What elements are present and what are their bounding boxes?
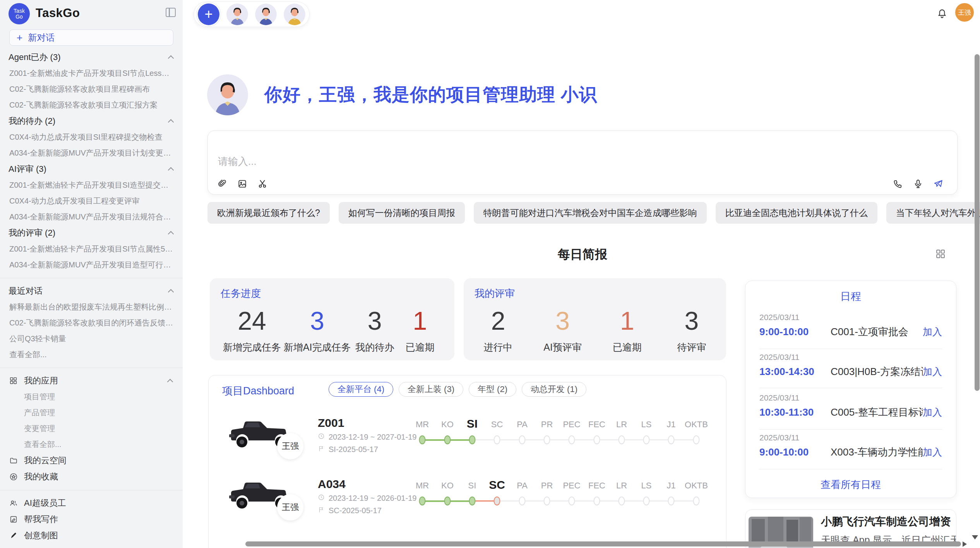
flag-icon <box>318 506 325 515</box>
milestone-dot <box>519 435 526 444</box>
chat-input-box[interactable]: 请输入... <box>207 130 958 195</box>
sidebar-collapse-icon[interactable] <box>166 8 176 17</box>
join-button[interactable]: 加入 <box>923 365 942 378</box>
sidebar-item[interactable]: C02-飞腾新能源轻客改款项目里程碑画布 <box>0 81 183 97</box>
attachment-icon[interactable] <box>217 179 227 189</box>
sidebar-item[interactable]: C02-飞腾新能源轻客改款项目立项汇报方案 <box>0 97 183 113</box>
sidebar-item[interactable]: Z001-全新燃油皮卡产品开发项目SI节点Lesson Learn报告 <box>0 65 183 81</box>
app-subitem[interactable]: 项目管理 <box>0 389 183 405</box>
project-dates-text: 2023-12-19 ~ 2027-01-19 <box>329 433 416 442</box>
milestone-segment <box>447 500 472 502</box>
user-avatar-badge[interactable]: 王强 <box>955 3 974 22</box>
milestone-label: SI <box>468 481 476 491</box>
milestone-segment <box>671 439 696 440</box>
app-subitem[interactable]: 查看全部... <box>0 437 183 452</box>
dashboard-tab[interactable]: 全新上装 (3) <box>399 382 463 397</box>
sidebar-item[interactable]: A034-全新新能源MUV产品开发项目计划变更表编写 <box>0 145 183 161</box>
sidebar-section-header-recent[interactable]: 最近对话 <box>0 283 183 299</box>
sidebar-link-label: 我的云空间 <box>24 455 67 466</box>
project-dashboard-card: 项目Dashboard 全新平台 (4)全新上装 (3)年型 (2)动总开发 (… <box>208 375 726 548</box>
suggestion-chip[interactable]: 特朗普可能对进口汽车增税会对中国车企造成哪些影响 <box>474 202 707 224</box>
sidebar-item[interactable]: Z001-全新燃油轻卡产品开发项目SI造型提交物评审 <box>0 177 183 193</box>
dashboard-tab[interactable]: 动总开发 (1) <box>522 382 586 397</box>
suggestion-chip[interactable]: 比亚迪全固态电池计划具体说了什么 <box>716 202 877 224</box>
scroll-down-arrow-icon[interactable] <box>972 535 978 539</box>
milestone-label: LS <box>641 420 652 430</box>
stat-label: 进行中 <box>484 341 513 354</box>
milestone-segment <box>472 500 497 502</box>
recent-conversation-item[interactable]: 公司Q3轻卡销量 <box>0 331 183 347</box>
add-agent-button[interactable]: + <box>198 3 219 25</box>
pen-icon <box>9 531 18 540</box>
plus-icon: + <box>17 32 22 44</box>
milestone-label: LR <box>616 420 627 430</box>
sidebar-item[interactable]: A034-全新新能源MUV产品开发项目造型可行性评审 <box>0 257 183 273</box>
sidebar-tool[interactable]: 创意制图 <box>0 527 183 544</box>
project-owner-badge: 王强 <box>277 494 303 521</box>
send-icon[interactable] <box>933 179 943 189</box>
agent-avatar-2[interactable] <box>255 3 277 25</box>
stat-item: 24新增完成任务 <box>223 307 281 354</box>
recent-conversation-item[interactable]: C02-飞腾新能源轻客改款项目的闭环通告反馈情况 <box>0 315 183 331</box>
suggestion-chip[interactable]: 如何写一份清晰的项目周报 <box>339 202 465 224</box>
sidebar-item-label: A034-全新新能源MUV产品开发项目计划变更表编写 <box>9 148 173 158</box>
join-button[interactable]: 加入 <box>923 406 942 419</box>
milestone-dot <box>668 435 675 444</box>
app-subitem[interactable]: 变更管理 <box>0 421 183 437</box>
milestone-label: PEC <box>563 420 580 430</box>
sidebar-item-label: A034-全新新能源MUV产品开发项目法规符合性评审 <box>9 212 173 222</box>
milestone-label: FEC <box>588 420 605 430</box>
stat-value: 24 <box>238 307 266 335</box>
suggestion-chip[interactable]: 欧洲新规最近颁布了什么? <box>207 202 330 224</box>
dashboard-tab[interactable]: 全新平台 (4) <box>329 382 393 397</box>
agent-avatar-1[interactable] <box>226 3 248 25</box>
project-dates: 2023-12-19 ~ 2027-01-19 <box>318 433 416 442</box>
stat-row: 2进行中3AI预评审1已逾期3待评审 <box>464 307 726 354</box>
sidebar-item[interactable]: A034-全新新能源MUV产品开发项目法规符合性评审 <box>0 209 183 225</box>
sidebar-section-header[interactable]: AI评审 (3) <box>0 161 183 177</box>
recent-conversation-item[interactable]: 解释最新出台的欧盟报废车法规再生塑料比例被调至15%... <box>0 299 183 315</box>
stat-item: 2进行中 <box>477 307 519 354</box>
sidebar-section-header[interactable]: 我的评审 (2) <box>0 225 183 241</box>
sidebar-item[interactable]: C0X4-动力总成开发项目SI里程碑提交物检查 <box>0 129 183 145</box>
divider <box>759 388 942 388</box>
new-chat-button[interactable]: + 新对话 <box>9 29 173 46</box>
sidebar-item[interactable]: C0X4-动力总成开发项目工程变更评审 <box>0 193 183 209</box>
sidebar-tool[interactable]: 帮我写作 <box>0 511 183 527</box>
layout-grid-icon[interactable] <box>935 248 946 259</box>
milestone-dot <box>419 497 426 505</box>
stat-label: 新增完成任务 <box>223 341 281 354</box>
sidebar-link[interactable]: 我的收藏 <box>0 469 183 485</box>
dashboard-tab[interactable]: 年型 (2) <box>469 382 516 397</box>
project-dates-text: 2023-12-19 ~ 2026-01-19 <box>329 494 416 503</box>
assistant-avatar <box>207 74 248 115</box>
horizontal-scrollbar[interactable] <box>245 541 961 546</box>
join-button[interactable]: 加入 <box>923 446 942 459</box>
microphone-icon[interactable] <box>913 179 923 189</box>
milestone-segment <box>622 439 646 440</box>
vertical-scrollbar[interactable] <box>975 54 980 391</box>
sidebar-section-header[interactable]: Agent已办 (3) <box>0 49 183 65</box>
agent-avatar-3[interactable] <box>284 3 305 25</box>
notification-bell-icon[interactable] <box>937 8 947 19</box>
sidebar-tool-label: 创意制图 <box>24 530 58 541</box>
grid-icon <box>9 377 18 385</box>
stat-label: 已逾期 <box>613 341 642 354</box>
scroll-right-arrow-icon[interactable] <box>963 541 967 547</box>
voice-call-icon[interactable] <box>893 179 903 189</box>
view-all-schedule-link[interactable]: 查看所有日程 <box>745 478 956 491</box>
recent-conversation-item[interactable]: 查看全部... <box>0 347 183 363</box>
sidebar-section-header[interactable]: 我的待办 (2) <box>0 113 183 129</box>
sidebar-link[interactable]: 我的云空间 <box>0 452 183 469</box>
screenshot-scissors-icon[interactable] <box>257 179 267 189</box>
sidebar-item-my-apps[interactable]: 我的应用 <box>0 373 183 389</box>
milestone-label: OKTB <box>685 481 708 491</box>
join-button[interactable]: 加入 <box>923 325 942 338</box>
suggestion-chip[interactable]: 当下年轻人对汽车外观有怎样的喜好趋势 <box>886 202 980 224</box>
image-upload-icon[interactable] <box>237 179 247 189</box>
milestone-segment <box>572 500 597 502</box>
sidebar-item[interactable]: Z001-全新燃油轻卡产品开发项目SI节点属性5D文件评审 <box>0 241 183 257</box>
schedule-date: 2025/03/11 <box>759 393 942 402</box>
sidebar-tool[interactable]: AI超级员工 <box>0 495 183 511</box>
app-subitem[interactable]: 产品管理 <box>0 405 183 421</box>
